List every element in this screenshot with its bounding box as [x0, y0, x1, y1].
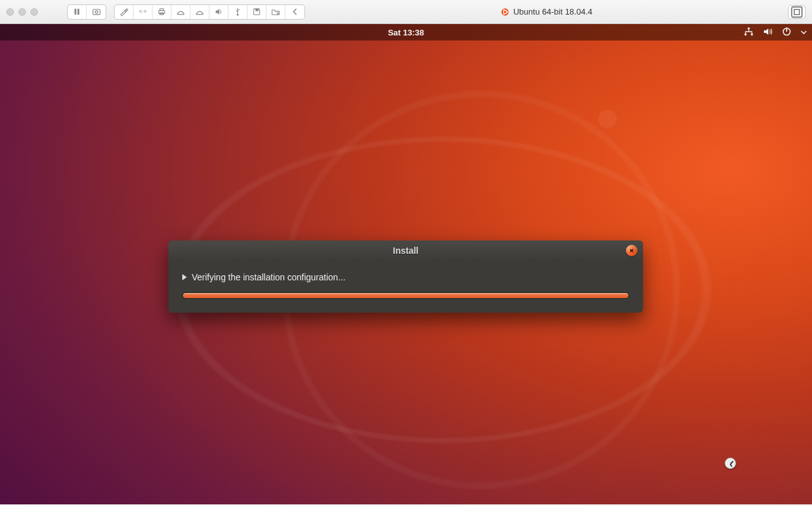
- guest-desktop: Sat 13:38 Install Ve: [0, 24, 812, 512]
- ubuntu-logo-icon: [501, 8, 509, 16]
- system-tray: [744, 24, 807, 41]
- svg-rect-6: [160, 9, 164, 11]
- install-dialog-title: Install: [393, 246, 418, 256]
- svg-rect-20: [794, 9, 799, 14]
- svg-point-16: [506, 11, 508, 12]
- shared-folder-button[interactable]: [266, 5, 285, 19]
- svg-point-3: [95, 11, 97, 13]
- vm-window-chrome: <·> Ubuntu 64-bit 18.04.4: [0, 0, 812, 24]
- window-controls: [6, 8, 38, 16]
- svg-rect-23: [751, 34, 753, 35]
- close-button[interactable]: [626, 245, 637, 256]
- vm-title: Ubuntu 64-bit 18.04.4: [309, 7, 784, 16]
- svg-point-18: [503, 13, 504, 14]
- minimize-window-button[interactable]: [18, 8, 26, 16]
- fullscreen-icon: [789, 4, 805, 20]
- expand-triangle-icon[interactable]: [182, 274, 187, 280]
- host-footer-strip: [0, 504, 812, 512]
- install-dialog-titlebar[interactable]: Install: [168, 240, 643, 261]
- install-dialog: Install Verifying the installation confi…: [168, 240, 643, 313]
- printer-button[interactable]: [153, 5, 172, 19]
- svg-rect-22: [745, 34, 747, 35]
- svg-rect-19: [792, 6, 802, 16]
- vm-toolbar-group-pause: [67, 4, 106, 20]
- gnome-top-bar[interactable]: Sat 13:38: [0, 24, 812, 41]
- chevron-down-icon[interactable]: [801, 28, 807, 37]
- svg-rect-21: [748, 27, 750, 29]
- power-icon[interactable]: [782, 27, 792, 39]
- volume-icon[interactable]: [763, 27, 773, 39]
- network-icon[interactable]: [744, 27, 754, 39]
- close-icon: [629, 248, 634, 253]
- disk-b-button[interactable]: [191, 5, 209, 19]
- disk-a-button[interactable]: [172, 5, 191, 19]
- clock-label[interactable]: Sat 13:38: [388, 28, 424, 37]
- fullscreen-button[interactable]: [788, 5, 806, 19]
- install-dialog-body: Verifying the installation configuration…: [168, 261, 643, 299]
- vm-toolbar-group-devices: <·>: [114, 4, 305, 20]
- zoom-window-button[interactable]: [30, 8, 38, 16]
- bidirectional-button[interactable]: <·>: [134, 5, 153, 19]
- vm-chrome-right: [788, 5, 806, 19]
- wait-cursor-icon: [725, 458, 736, 469]
- floppy-button[interactable]: [247, 5, 266, 19]
- vm-title-text: Ubuntu 64-bit 18.04.4: [513, 7, 592, 16]
- svg-rect-0: [75, 9, 77, 15]
- install-progress-bar: [182, 292, 629, 299]
- back-button[interactable]: [285, 5, 304, 19]
- close-window-button[interactable]: [6, 8, 14, 16]
- svg-rect-13: [256, 9, 259, 11]
- svg-rect-1: [77, 9, 79, 15]
- svg-rect-2: [92, 9, 99, 15]
- snapshot-vm-button[interactable]: [87, 5, 106, 19]
- svg-text:<·>: <·>: [139, 8, 146, 15]
- pause-vm-button[interactable]: [68, 5, 87, 19]
- usb-button[interactable]: [228, 5, 247, 19]
- install-status-row[interactable]: Verifying the installation configuration…: [182, 272, 629, 282]
- settings-button[interactable]: [115, 5, 134, 19]
- svg-point-17: [503, 9, 504, 10]
- install-progress-fill: [183, 293, 628, 298]
- sound-button[interactable]: [209, 5, 228, 19]
- install-status-text: Verifying the installation configuration…: [192, 272, 346, 282]
